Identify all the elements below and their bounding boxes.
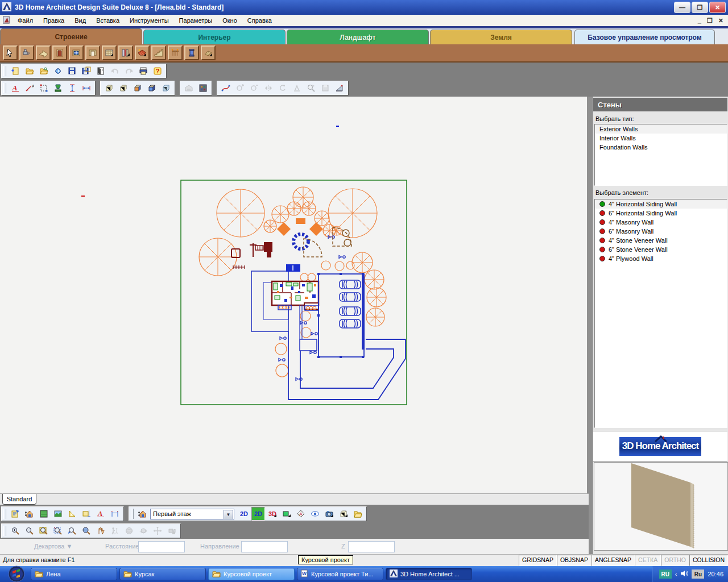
tab-building[interactable]: Строение [0, 28, 142, 45]
language-indicator-secondary[interactable]: Ru [692, 569, 704, 579]
wall-3d-preview[interactable] [594, 462, 728, 551]
site-plan-canvas[interactable] [0, 97, 587, 493]
zoom-out-button[interactable] [23, 524, 36, 538]
record-path-button[interactable] [165, 524, 179, 538]
wall-type-item[interactable]: Foundation Walls [595, 143, 727, 152]
menu-item[interactable]: Вид [69, 16, 91, 25]
taskbar-item-3d-home-architect[interactable]: 3D Home Architect ... [386, 568, 472, 580]
menu-item[interactable]: Файл [13, 16, 38, 25]
toolbar-grip[interactable] [3, 83, 6, 93]
panel-splitter[interactable] [587, 97, 593, 554]
final-view-button[interactable] [159, 81, 173, 95]
roof-tool-button[interactable] [135, 45, 150, 60]
print-button[interactable] [136, 64, 150, 78]
flip-vertical-button[interactable] [262, 81, 275, 95]
menu-item[interactable]: Справка [242, 16, 277, 25]
wall-element-item[interactable]: 4" Plywood Wall [595, 254, 727, 263]
child-minimize-button[interactable]: _ [698, 17, 701, 24]
view-cube-button[interactable] [337, 507, 350, 521]
column-tool-button[interactable] [184, 45, 199, 60]
select-tool-button[interactable] [3, 45, 18, 60]
sheet-tab-standard[interactable]: Standard [2, 494, 36, 505]
distance-input[interactable] [138, 541, 185, 552]
wall-type-item[interactable]: Interior Walls [595, 134, 727, 143]
volume-icon[interactable] [680, 569, 688, 579]
open-template-button[interactable] [37, 64, 51, 78]
redo-button[interactable] [122, 64, 136, 78]
floor-select-button[interactable] [136, 507, 150, 521]
child-close-button[interactable]: ✕ [718, 17, 723, 24]
snap-toggle[interactable]: СЕТКА [635, 555, 661, 566]
z-input[interactable] [348, 541, 395, 552]
hidden-line-view-button[interactable] [117, 81, 130, 95]
help-button[interactable]: ? [151, 64, 164, 78]
background-button[interactable] [51, 507, 65, 521]
direction-input[interactable] [241, 541, 288, 552]
menu-item[interactable]: Параметры [174, 16, 218, 25]
text-style-button[interactable]: A [94, 507, 107, 521]
child-restore-button[interactable]: ❐ [707, 17, 713, 24]
layers-button[interactable] [80, 507, 93, 521]
view-3d-button[interactable]: 3D [266, 507, 279, 521]
zoom-in-button[interactable] [9, 524, 22, 538]
add-node-button[interactable] [233, 81, 247, 95]
wall-element-item[interactable]: 6" Horizontal Siding Wall [595, 209, 727, 218]
tab-basic-view-control[interactable]: Базовое управление просмотром [574, 30, 715, 45]
start-button[interactable] [8, 566, 25, 582]
save-position-button[interactable] [318, 81, 332, 95]
menu-item[interactable]: Окно [217, 16, 242, 25]
zoom-edit-button[interactable] [304, 81, 318, 95]
move-view-button[interactable] [151, 524, 164, 538]
taskbar-item-lena[interactable]: Лена [31, 568, 117, 580]
stamp-tool-button[interactable] [51, 81, 65, 95]
text-tool-button[interactable]: A [9, 81, 22, 95]
ramp-tool-button[interactable] [333, 81, 346, 95]
taskbar-item-kursak[interactable]: Курсак [119, 568, 206, 580]
snap-toggle[interactable]: ANGLESNAP [592, 555, 635, 566]
select-area-button[interactable] [37, 81, 51, 95]
railing-tool-button[interactable] [168, 45, 183, 60]
tab-terrain[interactable]: Земля [430, 30, 572, 45]
door-tool-button[interactable] [52, 45, 67, 60]
minimize-button[interactable]: — [674, 2, 690, 13]
delete-node-button[interactable] [247, 81, 261, 95]
menu-item[interactable]: Вставка [91, 16, 125, 25]
stairs-tool-button[interactable] [151, 45, 166, 60]
label-style-button[interactable]: A [294, 507, 308, 521]
browse-button[interactable] [351, 507, 365, 521]
tray-expand-icon[interactable]: ‹ [675, 571, 677, 577]
sphere-view-button[interactable] [122, 524, 136, 538]
fill-style-button[interactable] [280, 507, 293, 521]
snap-toggle[interactable]: COLLISION [689, 555, 728, 566]
mirror-node-button[interactable] [290, 81, 304, 95]
view-2d-plan-button[interactable]: 2D [237, 507, 251, 521]
restore-button[interactable]: ❐ [692, 2, 708, 13]
schedule-button[interactable] [9, 507, 22, 521]
wall-type-list[interactable]: Exterior WallsInterior WallsFoundation W… [594, 124, 727, 186]
floor-dropdown[interactable]: Первый этаж ▼ [150, 509, 234, 519]
window-tool-button[interactable] [69, 45, 84, 60]
wireframe-view-button[interactable] [102, 81, 116, 95]
materials-list-button[interactable] [196, 81, 210, 95]
menu-item[interactable]: Инструменты [125, 16, 174, 25]
deck-tool-button[interactable] [201, 45, 216, 60]
dimensions-button[interactable] [108, 507, 122, 521]
floor-tool-button[interactable] [102, 45, 117, 60]
zoom-region-button[interactable] [51, 524, 65, 538]
texture-button[interactable] [37, 507, 51, 521]
attach-button[interactable] [51, 64, 65, 78]
toolbar-grip[interactable] [3, 66, 6, 76]
zoom-extents-button[interactable] [80, 524, 93, 538]
wall-element-item[interactable]: 4" Horizontal Siding Wall [595, 199, 727, 209]
dimension-button[interactable] [80, 81, 93, 95]
wall-element-item[interactable]: 6" Stone Veneer Wall [595, 245, 727, 254]
snap-toggle[interactable]: ORTHO [661, 555, 689, 566]
close-button[interactable]: ✕ [709, 2, 726, 13]
snap-toggle[interactable]: GRIDSNAP [519, 555, 557, 566]
wall-type-item[interactable]: Exterior Walls [595, 124, 727, 134]
snap-toggle[interactable]: OBJSNAP [557, 555, 592, 566]
opening-tool-button[interactable] [85, 45, 100, 60]
floors-button[interactable] [23, 507, 36, 521]
orbit-view-button[interactable] [136, 524, 150, 538]
view-2d-color-button[interactable]: 2D [251, 507, 265, 521]
